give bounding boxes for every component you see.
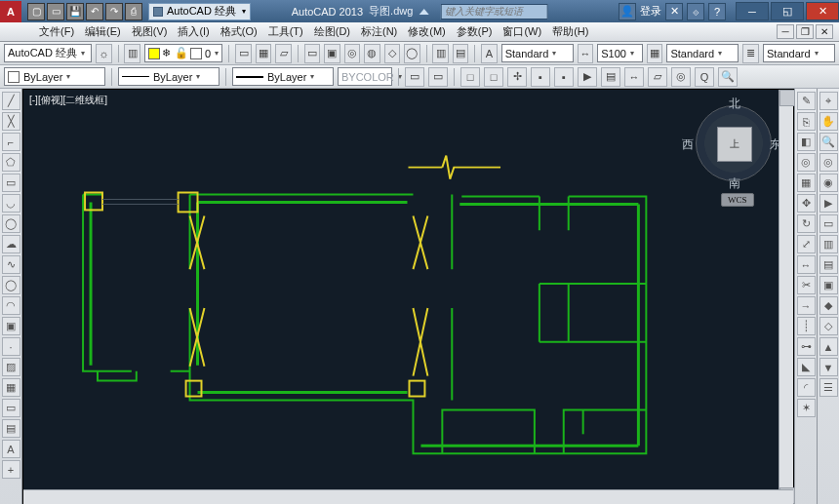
- point-tool[interactable]: ·: [2, 337, 20, 356]
- qat-print-icon[interactable]: ⎙: [125, 3, 142, 20]
- menu-insert[interactable]: 插入(I): [178, 24, 209, 39]
- qat-redo-icon[interactable]: ↷: [105, 3, 123, 20]
- wcs-badge[interactable]: WCS: [721, 193, 754, 207]
- tb-btn[interactable]: ◍: [364, 44, 380, 63]
- move-tool[interactable]: ✥: [797, 194, 816, 213]
- qat-open-icon[interactable]: ▭: [47, 3, 64, 20]
- help-icon[interactable]: ?: [708, 3, 726, 20]
- revcloud-tool[interactable]: ☁: [2, 235, 20, 253]
- trim-tool[interactable]: ✂: [797, 276, 816, 294]
- tb2-btn[interactable]: ↔: [624, 67, 644, 87]
- viewcube-west[interactable]: 西: [682, 136, 694, 153]
- layer-props-button[interactable]: ▥: [124, 44, 140, 63]
- steer-tool[interactable]: ◉: [819, 174, 838, 192]
- block-tool[interactable]: ▣: [2, 317, 20, 335]
- search-input[interactable]: [440, 4, 547, 19]
- tb2-btn[interactable]: ▶: [578, 67, 597, 87]
- qat-save-icon[interactable]: 💾: [66, 3, 84, 20]
- workspace-combo[interactable]: AutoCAD 经典 ▾: [4, 44, 92, 62]
- tb2-btn[interactable]: □: [484, 67, 503, 87]
- restore-button[interactable]: ◱: [771, 2, 804, 20]
- spline-tool[interactable]: ∿: [2, 255, 20, 274]
- viewcube-face[interactable]: 上: [717, 127, 752, 162]
- dim-style-combo[interactable]: S100▾: [597, 44, 643, 62]
- tb-btn[interactable]: ▥: [432, 44, 449, 63]
- tb-btn[interactable]: ▭: [235, 44, 252, 63]
- table-tool[interactable]: ▤: [2, 419, 20, 438]
- doc-minimize-button[interactable]: ─: [777, 24, 794, 39]
- menu-format[interactable]: 格式(O): [220, 24, 258, 39]
- tb2-btn[interactable]: ▱: [648, 67, 667, 87]
- tb2-btn[interactable]: 🔍: [718, 67, 738, 87]
- array-tool[interactable]: ▦: [797, 174, 816, 192]
- viewcube-north[interactable]: 北: [729, 96, 740, 112]
- misc-tool9[interactable]: ☰: [819, 378, 838, 397]
- horizontal-scrollbar[interactable]: [23, 489, 793, 504]
- misc-tool2[interactable]: ▥: [819, 235, 838, 253]
- mline-style-combo[interactable]: Standard▾: [763, 44, 835, 62]
- erase-tool[interactable]: ✎: [797, 92, 816, 110]
- login-area[interactable]: 👤 登录 ✕ ⟐ ?: [619, 3, 726, 20]
- menu-window[interactable]: 窗口(W): [502, 24, 541, 39]
- chamfer-tool[interactable]: ◣: [797, 358, 816, 376]
- tb-btn[interactable]: ▣: [324, 44, 340, 63]
- linetype-combo[interactable]: ByLayer ▾: [118, 67, 220, 86]
- tb2-btn[interactable]: ◎: [671, 67, 691, 87]
- scale-tool[interactable]: ⤢: [797, 235, 816, 253]
- rotate-tool[interactable]: ↻: [797, 214, 816, 233]
- app-logo[interactable]: A: [0, 1, 21, 22]
- misc-tool7[interactable]: ▲: [819, 337, 838, 356]
- menu-param[interactable]: 参数(P): [457, 24, 493, 39]
- region-tool[interactable]: ▭: [2, 399, 20, 417]
- line-tool[interactable]: ╱: [2, 92, 20, 110]
- nav-tool[interactable]: ⌖: [819, 92, 838, 110]
- tb2-btn[interactable]: □: [460, 67, 480, 87]
- menu-dim[interactable]: 标注(N): [361, 24, 397, 39]
- misc-tool6[interactable]: ◇: [819, 317, 838, 335]
- table-style-icon[interactable]: ▦: [647, 44, 663, 63]
- qat-undo-icon[interactable]: ↶: [86, 3, 103, 20]
- tb2-btn[interactable]: ▪: [554, 67, 574, 87]
- table-style-combo[interactable]: Standard▾: [666, 44, 739, 62]
- text-style-combo[interactable]: Standard▾: [501, 44, 574, 62]
- tb2-btn[interactable]: ▪: [531, 67, 550, 87]
- tb2-btn[interactable]: ▭: [405, 67, 424, 87]
- workspace-settings-button[interactable]: ☼: [96, 44, 112, 63]
- misc-tool3[interactable]: ▤: [819, 255, 838, 274]
- misc-tool4[interactable]: ▣: [819, 276, 838, 294]
- polyline-tool[interactable]: ⌐: [2, 133, 20, 151]
- break-tool[interactable]: ┊: [797, 317, 816, 335]
- tb-btn[interactable]: ▤: [453, 44, 469, 63]
- lineweight-combo[interactable]: ByLayer ▾: [232, 67, 334, 86]
- mtext-tool[interactable]: A: [2, 440, 20, 458]
- close-button[interactable]: ✕: [806, 2, 839, 20]
- xline-tool[interactable]: ╳: [2, 112, 20, 131]
- stretch-tool[interactable]: ↔: [797, 255, 816, 274]
- workspace-selector[interactable]: AutoCAD 经典 ▾: [148, 3, 251, 20]
- tb2-btn[interactable]: ▤: [601, 67, 620, 87]
- layer-combo[interactable]: ❄ 🔓 0 ▾: [144, 44, 223, 62]
- ellarc-tool[interactable]: ◠: [2, 296, 20, 315]
- explode-tool[interactable]: ✶: [797, 399, 816, 417]
- doc-close-button[interactable]: ✕: [816, 24, 833, 39]
- color-combo[interactable]: ByLayer ▾: [4, 67, 105, 86]
- copy-tool[interactable]: ⎘: [797, 112, 816, 131]
- minimize-button[interactable]: ─: [736, 2, 769, 20]
- plotstyle-combo[interactable]: BYCOLOR▾: [338, 67, 392, 86]
- tb-btn[interactable]: ▦: [256, 44, 272, 63]
- orbit-tool[interactable]: ◎: [819, 153, 838, 172]
- menu-view[interactable]: 视图(V): [132, 24, 168, 39]
- menu-file[interactable]: 文件(F): [39, 24, 74, 39]
- misc-tool[interactable]: ▭: [819, 214, 838, 233]
- tb2-btn[interactable]: ▭: [428, 67, 448, 87]
- addsel-tool[interactable]: +: [2, 460, 20, 479]
- vertical-scrollbar[interactable]: [779, 90, 793, 504]
- dim-style-icon[interactable]: ↔: [578, 44, 594, 63]
- misc-tool8[interactable]: ▼: [819, 358, 838, 376]
- tb-btn[interactable]: ▭: [304, 44, 321, 63]
- menu-edit[interactable]: 编辑(E): [85, 24, 121, 39]
- gradient-tool[interactable]: ▦: [2, 378, 20, 397]
- menu-help[interactable]: 帮助(H): [552, 24, 588, 39]
- offset-tool[interactable]: ◎: [797, 153, 816, 172]
- drawing-canvas[interactable]: [-][俯视][二维线框]: [22, 89, 794, 504]
